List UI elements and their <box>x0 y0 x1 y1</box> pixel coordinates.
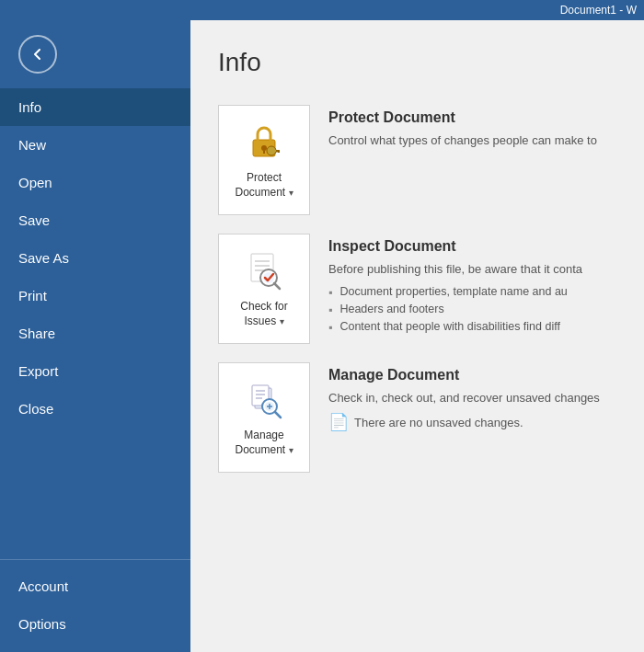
title-bar: Document1 - W <box>0 0 644 20</box>
check-for-issues-button[interactable]: Check forIssues ▾ <box>218 234 310 344</box>
sidebar-item-new[interactable]: New <box>0 126 190 164</box>
inspect-document-content: Inspect Document Before publishing this … <box>328 234 616 336</box>
main-area: Info New Open Save Save As Print <box>0 20 644 652</box>
manage-document-button[interactable]: ManageDocument ▾ <box>218 362 310 473</box>
sidebar-item-info[interactable]: Info <box>0 88 190 126</box>
svg-point-1 <box>261 145 267 151</box>
check-for-issues-label: Check forIssues ▾ <box>240 300 287 328</box>
manage-document-label: ManageDocument ▾ <box>235 429 293 457</box>
manage-note-text: There are no unsaved changes. <box>354 416 523 429</box>
sidebar-item-save-as[interactable]: Save As <box>0 239 190 277</box>
sidebar-item-account[interactable]: Account <box>0 567 190 605</box>
manage-note-icon: 📄 <box>328 412 349 432</box>
inspect-document-title: Inspect Document <box>328 238 616 255</box>
protect-document-button[interactable]: Protect Document ▾ <box>218 105 310 215</box>
bullet-item-3: Content that people with disabilities fi… <box>328 318 616 336</box>
sidebar-item-save[interactable]: Save <box>0 201 190 239</box>
manage-note: 📄 There are no unsaved changes. <box>328 412 616 432</box>
protect-document-content: Protect Document Control what types of c… <box>328 105 616 154</box>
title-bar-text: Document1 - W <box>560 4 637 17</box>
sidebar-item-export[interactable]: Export <box>0 352 190 390</box>
sidebar-item-options[interactable]: Options <box>0 605 190 643</box>
manage-document-description: Check in, check out, and recover unsaved… <box>328 391 616 405</box>
sidebar-item-print[interactable]: Print <box>0 277 190 315</box>
nav-bottom: Account Options <box>0 552 190 652</box>
page-title: Info <box>218 48 616 77</box>
sidebar-item-close[interactable]: Close <box>0 390 190 428</box>
protect-document-description: Control what types of changes people can… <box>328 133 616 147</box>
protect-document-title: Protect Document <box>328 109 616 126</box>
svg-rect-5 <box>278 150 280 153</box>
bullet-item-2: Headers and footers <box>328 301 616 318</box>
manage-icon <box>242 377 286 421</box>
nav-items: Info New Open Save Save As Print <box>0 88 190 652</box>
protect-document-label: Protect Document ▾ <box>228 171 300 200</box>
inspect-document-description: Before publishing this file, be aware th… <box>328 262 616 276</box>
sidebar-item-open[interactable]: Open <box>0 164 190 201</box>
content-area: Info <box>190 20 644 652</box>
inspect-icon <box>242 248 286 292</box>
lock-icon <box>242 120 286 164</box>
svg-rect-6 <box>276 150 278 153</box>
manage-document-card: ManageDocument ▾ Manage Document Check i… <box>218 362 616 473</box>
inspect-bullet-list: Document properties, template name and a… <box>328 283 616 336</box>
svg-line-20 <box>275 412 281 418</box>
back-button[interactable] <box>18 35 57 74</box>
svg-line-13 <box>274 283 280 289</box>
inspect-document-card: Check forIssues ▾ Inspect Document Befor… <box>218 234 616 344</box>
sidebar: Info New Open Save Save As Print <box>0 20 190 652</box>
bullet-item-1: Document properties, template name and a… <box>328 283 616 301</box>
protect-document-card: Protect Document ▾ Protect Document Cont… <box>218 105 616 215</box>
manage-document-content: Manage Document Check in, check out, and… <box>328 362 616 432</box>
app-window: Document1 - W Info New Open S <box>0 0 644 652</box>
nav-divider <box>0 559 190 560</box>
manage-document-title: Manage Document <box>328 367 616 383</box>
sidebar-item-share[interactable]: Share <box>0 315 190 352</box>
